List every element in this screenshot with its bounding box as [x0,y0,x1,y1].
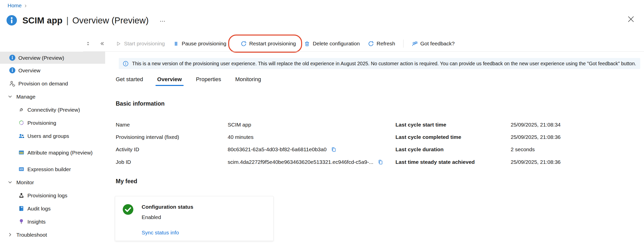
code-icon [18,166,25,172]
info-row: Last cycle start time 25/09/2025, 21:08:… [395,121,561,129]
ellipsis-icon [159,17,166,24]
pause-provisioning-label: Pause provisioning [182,41,226,47]
tab-get-started[interactable]: Get started [115,75,144,86]
plug-icon [18,106,25,113]
sidebar-item-provisioning[interactable]: Provisioning [0,116,105,129]
double-chevron-left-icon [99,41,105,46]
got-feedback-label: Got feedback? [420,41,455,47]
collapse-menu-button[interactable] [97,39,107,49]
info-label: Activity ID [116,146,228,152]
pause-provisioning-button[interactable]: Pause provisioning [169,38,230,49]
refresh-icon [368,41,374,47]
start-provisioning-button[interactable]: Start provisioning [111,38,169,49]
delete-configuration-button[interactable]: Delete configuration [300,38,364,49]
sidebar-group-label: Troubleshoot [16,231,47,238]
toolbar-divider [403,40,404,48]
info-label: Last cycle duration [395,146,511,152]
sidebar-item-expression-builder[interactable]: Expression builder [0,163,105,176]
info-label: Job ID [116,159,228,165]
page-title: SCIM app [22,15,62,25]
sidebar-item-overview[interactable]: Overview [0,64,105,77]
sidebar-item-label: Connectivity (Preview) [27,106,80,113]
sidebar-item-label: Insights [27,218,46,225]
copy-icon[interactable] [331,146,337,153]
sidebar-item-label: Expression builder [27,166,71,173]
info-label: Last cycle completed time [395,134,511,140]
sidebar-item-connectivity[interactable]: Connectivity (Preview) [0,103,105,116]
sync-status-info-link[interactable]: Sync status info [142,230,179,236]
close-blade-button[interactable] [626,15,635,24]
sidebar-item-label: Attribute mapping (Preview) [27,149,93,156]
refresh-button[interactable]: Refresh [364,38,399,49]
tab-monitoring[interactable]: Monitoring [235,75,262,86]
info-label: Last time steady state achieved [395,159,511,165]
toolbar-separator [83,51,644,52]
sidebar-item-label: Overview (Preview) [18,54,64,61]
log-person-icon [18,192,25,199]
sidebar-group-troubleshoot[interactable]: Troubleshoot [0,228,105,241]
info-row: Last cycle duration 2 seconds [395,146,535,153]
info-value: 25/09/2025, 21:08:34 [511,122,561,128]
sidebar-item-provision-on-demand[interactable]: Provision on demand [0,77,105,90]
info-icon [123,60,129,67]
breadcrumb-chevron-icon [23,4,28,8]
chevron-down-icon [7,94,13,100]
page-header: SCIM app | Overview (Preview) [6,15,167,26]
sidebar-item-provisioning-logs[interactable]: Provisioning logs [0,189,105,202]
info-label: Last cycle start time [395,122,511,128]
info-value: SCIM app [228,122,251,128]
app-info-icon [6,15,17,26]
info-row: Last time steady state achieved 25/09/20… [395,158,561,166]
breadcrumb: Home [8,3,28,9]
person-sync-icon [9,80,16,87]
breadcrumb-home-link[interactable]: Home [8,3,22,9]
sidebar-group-monitor[interactable]: Monitor [0,176,105,189]
my-feed-heading: My feed [116,178,137,185]
provisioning-overview-page: Home SCIM app | Overview (Preview) [0,0,644,247]
sidebar-nav: Overview (Preview) Overview Provision on… [0,52,105,241]
basic-information-heading: Basic information [116,100,165,107]
more-menu-button[interactable] [158,16,167,25]
sidebar-item-overview-preview[interactable]: Overview (Preview) [0,52,105,64]
info-banner-text: This is a new version of the provisionin… [132,61,636,67]
sidebar-item-label: Provision on demand [18,80,68,87]
info-icon [9,54,16,61]
sidebar-item-insights[interactable]: Insights [0,215,105,228]
sidebar-item-label: Users and groups [27,133,69,139]
info-row: Job ID scim.4da2272f9f5e40be963463620e51… [116,158,384,166]
info-value: scim.4da2272f9f5e40be963463620e513321.ec… [228,159,373,165]
sidebar-item-attribute-mapping[interactable]: Attribute mapping (Preview) [0,142,105,163]
play-icon [115,41,122,47]
tab-overview[interactable]: Overview [157,75,182,86]
info-value: 40 minutes [228,134,254,140]
got-feedback-button[interactable]: Got feedback? [408,38,459,49]
page-subtitle: Overview (Preview) [72,15,149,25]
status-value: Enabled [142,214,161,220]
restart-icon [240,41,247,47]
sidebar-item-audit-logs[interactable]: Audit logs [0,202,105,215]
feedback-icon [412,41,418,47]
resize-icon [85,41,91,46]
info-label: Provisioning interval (fixed) [116,134,228,140]
restart-provisioning-button[interactable]: Restart provisioning [236,38,300,49]
bulb-icon [18,218,25,225]
people-icon [18,133,25,139]
start-provisioning-label: Start provisioning [124,41,165,47]
restart-provisioning-label: Restart provisioning [249,41,296,47]
pause-icon [173,41,179,47]
info-icon [9,67,16,74]
title-divider: | [66,15,68,25]
sidebar-item-users-and-groups[interactable]: Users and groups [0,129,105,142]
sidebar-group-label: Monitor [16,179,34,186]
configuration-status-card[interactable]: Configuration status Enabled Sync status… [115,196,273,241]
info-value: 80c63621-62a5-4d03-bf82-6a6811e0b3a0 [228,146,327,152]
sidebar-item-label: Provisioning logs [27,192,67,199]
card-title: Configuration status [142,204,193,210]
copy-icon[interactable] [377,159,384,165]
refresh-label: Refresh [377,41,395,47]
sidebar-group-manage[interactable]: Manage [0,90,105,103]
info-banner: This is a new version of the provisionin… [119,58,640,69]
command-bar: Start provisioning Pause provisioning Re… [83,36,459,51]
resize-blade-button[interactable] [83,39,93,49]
tab-properties[interactable]: Properties [195,75,222,86]
